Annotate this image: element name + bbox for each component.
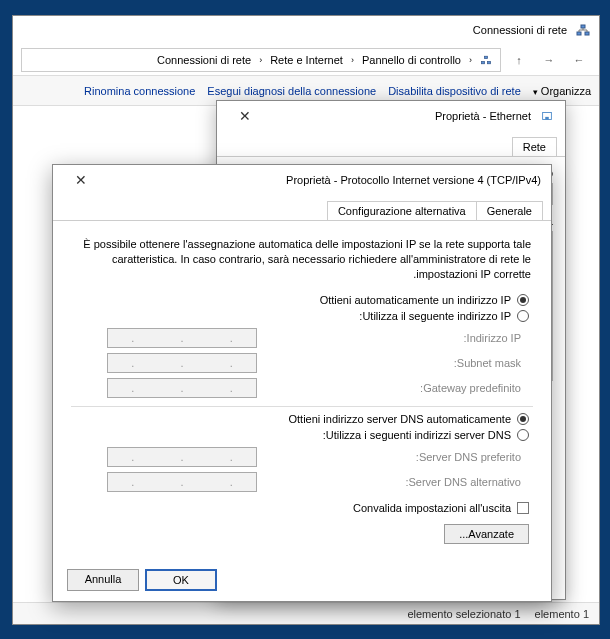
radio-use-dns[interactable]: Utilizza i seguenti indirizzi server DNS… (75, 429, 529, 441)
svg-rect-2 (581, 25, 585, 28)
advanced-button[interactable]: Avanzate... (444, 524, 529, 544)
radio-label: Ottieni automaticamente un indirizzo IP (320, 294, 511, 306)
item-count: 1 elemento (535, 608, 589, 620)
dns-alternate-input: ... (107, 472, 257, 492)
dns-alternate-label: Server DNS alternativo: (267, 476, 521, 488)
nav-up-button[interactable]: ↑ (507, 48, 531, 72)
dialog-titlebar: Proprietà - Ethernet ✕ (217, 101, 565, 131)
svg-rect-3 (482, 61, 485, 63)
ok-button[interactable]: OK (145, 569, 217, 591)
tabstrip: Generale Configurazione alternativa (53, 195, 551, 221)
radio-icon (517, 413, 529, 425)
network-icon (478, 52, 494, 68)
breadcrumb-item[interactable]: Rete e Internet (268, 54, 345, 66)
radio-use-ip[interactable]: Utilizza il seguente indirizzo IP: (75, 310, 529, 322)
description-text: È possibile ottenere l'assegnazione auto… (73, 237, 531, 282)
dialog-titlebar: Proprietà - Protocollo Internet versione… (53, 165, 551, 195)
chevron-icon: ‹ (257, 55, 264, 65)
window-titlebar: Connessioni di rete (13, 16, 599, 44)
radio-obtain-ip-auto[interactable]: Ottieni automaticamente un indirizzo IP (75, 294, 529, 306)
checkbox-icon (517, 502, 529, 514)
close-button[interactable]: ✕ (227, 105, 263, 127)
radio-label: Utilizza i seguenti indirizzi server DNS… (323, 429, 511, 441)
separator (71, 406, 533, 407)
diagnose-link[interactable]: Esegui diagnosi della connessione (207, 85, 376, 97)
rename-link[interactable]: Rinomina connessione (84, 85, 195, 97)
radio-icon (517, 294, 529, 306)
radio-icon (517, 429, 529, 441)
validate-checkbox-row[interactable]: Convalida impostazioni all'uscita (75, 502, 529, 514)
ip-fields: Indirizzo IP: ... Subnet mask: ... Gatew… (107, 328, 521, 398)
dialog-body: È possibile ottenere l'assegnazione auto… (53, 221, 551, 556)
breadcrumb-item[interactable]: Pannello di controllo (360, 54, 463, 66)
radio-label: Ottieni indirizzo server DNS automaticam… (288, 413, 511, 425)
nav-back-button[interactable]: ← (567, 48, 591, 72)
svg-rect-5 (485, 56, 488, 58)
ip-address-input: ... (107, 328, 257, 348)
tab-network[interactable]: Rete (512, 137, 557, 156)
dns-preferred-label: Server DNS preferito: (267, 451, 521, 463)
disable-device-link[interactable]: Disabilita dispositivo di rete (388, 85, 521, 97)
selected-count: 1 elemento selezionato (407, 608, 520, 620)
tab-alternate[interactable]: Configurazione alternativa (327, 201, 477, 220)
gateway-label: Gateway predefinito: (267, 382, 521, 394)
status-bar: 1 elemento 1 elemento selezionato (13, 602, 599, 624)
close-button[interactable]: ✕ (63, 169, 99, 191)
chevron-down-icon: ▾ (533, 87, 538, 97)
svg-rect-4 (488, 61, 491, 63)
svg-rect-1 (585, 32, 589, 35)
chevron-icon: ‹ (467, 55, 474, 65)
subnet-mask-input: ... (107, 353, 257, 373)
dns-fields: Server DNS preferito: ... Server DNS alt… (107, 447, 521, 492)
subnet-mask-label: Subnet mask: (267, 357, 521, 369)
dialog-title: Proprietà - Protocollo Internet versione… (107, 174, 541, 186)
ip-radio-group: Ottieni automaticamente un indirizzo IP … (75, 294, 529, 322)
ip-address-label: Indirizzo IP: (267, 332, 521, 344)
nav-bar: ← → ↑ ‹ Pannello di controllo ‹ Rete e I… (13, 44, 599, 76)
network-icon (575, 22, 591, 38)
dns-preferred-input: ... (107, 447, 257, 467)
radio-obtain-dns-auto[interactable]: Ottieni indirizzo server DNS automaticam… (75, 413, 529, 425)
ethernet-icon (539, 108, 555, 124)
ipv4-properties-dialog: Proprietà - Protocollo Internet versione… (52, 164, 552, 602)
window-title: Connessioni di rete (21, 24, 567, 36)
svg-rect-0 (577, 32, 581, 35)
breadcrumb[interactable]: ‹ Pannello di controllo ‹ Rete e Interne… (21, 48, 501, 72)
dns-radio-group: Ottieni indirizzo server DNS automaticam… (75, 413, 529, 441)
organize-menu[interactable]: Organizza ▾ (533, 85, 591, 97)
chevron-icon: ‹ (349, 55, 356, 65)
breadcrumb-item[interactable]: Connessioni di rete (155, 54, 253, 66)
tab-general[interactable]: Generale (476, 201, 543, 220)
svg-rect-7 (545, 117, 549, 120)
validate-label: Convalida impostazioni all'uscita (353, 502, 511, 514)
radio-label: Utilizza il seguente indirizzo IP: (359, 310, 511, 322)
nav-forward-button[interactable]: → (537, 48, 561, 72)
tabstrip: Rete (217, 131, 565, 157)
radio-icon (517, 310, 529, 322)
dialog-buttons: OK Annulla (67, 569, 217, 591)
dialog-title: Proprietà - Ethernet (271, 110, 531, 122)
cancel-button[interactable]: Annulla (67, 569, 139, 591)
gateway-input: ... (107, 378, 257, 398)
